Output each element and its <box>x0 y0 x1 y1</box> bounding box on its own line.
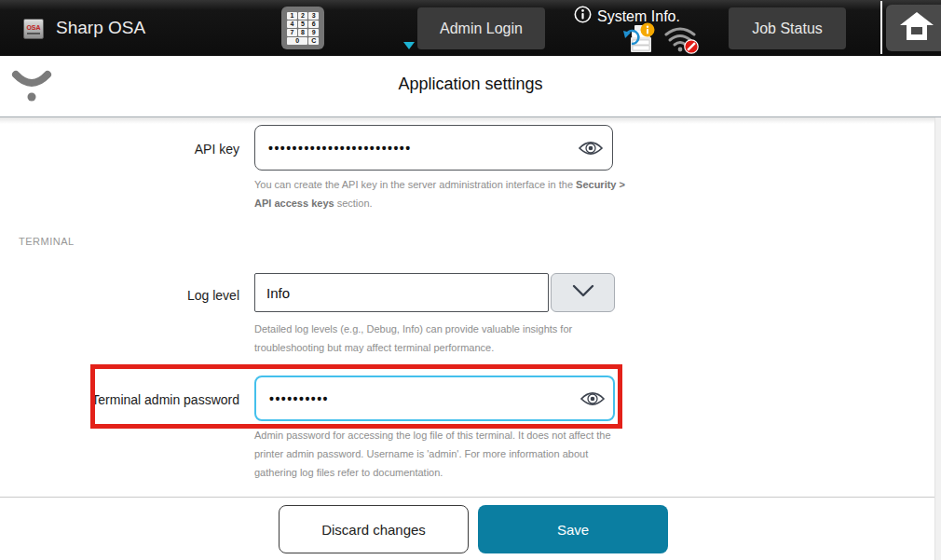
keypad-key: C <box>308 37 319 45</box>
keypad-key: 7 <box>287 29 297 36</box>
terminal-admin-password-help-text: Admin password for accessing the log fil… <box>254 426 646 482</box>
api-key-input[interactable] <box>254 125 613 171</box>
top-bar: OSA Sharp OSA 1 2 3 4 5 6 7 8 9 0 C Admi… <box>0 0 941 56</box>
scrollbar-track[interactable] <box>934 117 941 560</box>
topbar-separator <box>880 1 882 54</box>
osa-logo-bar <box>27 33 40 34</box>
terminal-section-label: TERMINAL <box>19 236 75 247</box>
terminal-admin-password-label: Terminal admin password <box>0 392 239 407</box>
keypad-key: 5 <box>298 20 308 28</box>
warning-info-badge <box>641 23 655 37</box>
admin-login-button[interactable]: Admin Login <box>417 7 545 49</box>
page-title: Application settings <box>0 75 941 94</box>
numeric-keypad-icon[interactable]: 1 2 3 4 5 6 7 8 9 0 C <box>281 7 324 49</box>
home-button[interactable] <box>886 5 941 51</box>
job-status-button[interactable]: Job Status <box>729 7 846 49</box>
info-icon <box>574 6 592 27</box>
log-level-help-line2: troubleshooting but may affect terminal … <box>254 338 646 357</box>
api-key-help-text: You can create the API key in the server… <box>254 175 646 212</box>
save-label: Save <box>557 522 589 538</box>
keypad-key: 3 <box>308 12 319 20</box>
discard-changes-button[interactable]: Discard changes <box>279 505 469 553</box>
keypad-key: 0 <box>287 37 307 45</box>
log-level-dropdown-button[interactable] <box>551 273 615 312</box>
admin-login-label: Admin Login <box>440 20 523 37</box>
keypad-key: 2 <box>298 12 308 20</box>
osa-logo-text: OSA <box>26 24 40 32</box>
api-key-help-line2: API access keys section. <box>254 194 646 212</box>
keypad-key: 4 <box>287 20 297 28</box>
keypad-key: 1 <box>287 12 297 20</box>
keypad-key: 8 <box>298 29 308 36</box>
terminal-admin-password-field-wrap <box>254 376 615 421</box>
no-connection-badge <box>685 40 698 53</box>
save-button[interactable]: Save <box>478 505 668 553</box>
password-help-line1: Admin password for accessing the log fil… <box>254 426 646 444</box>
footer-divider <box>0 497 941 498</box>
home-icon <box>899 11 934 45</box>
api-key-help-line1: You can create the API key in the server… <box>254 175 646 194</box>
api-key-field-wrap <box>254 125 613 171</box>
log-level-help-line1: Detailed log levels (e.g., Debug, Info) … <box>254 320 646 338</box>
header-shadow <box>0 117 941 124</box>
terminal-admin-password-input[interactable] <box>254 376 615 421</box>
status-icon-cluster <box>622 22 701 54</box>
chevron-down-icon <box>572 284 594 301</box>
sharp-osa-logo-icon: OSA <box>23 19 44 39</box>
log-level-select[interactable]: Info <box>254 273 549 312</box>
log-level-value: Info <box>266 285 290 301</box>
log-level-label: Log level <box>0 288 239 303</box>
keypad-key: 9 <box>308 29 319 36</box>
dropdown-indicator-triangle <box>403 42 415 49</box>
password-help-line3: gathering log files refer to documentati… <box>254 463 646 482</box>
app-title: Sharp OSA <box>56 0 145 56</box>
terminal-admin-password-reveal-eye-icon[interactable] <box>578 388 607 410</box>
keypad-grid: 1 2 3 4 5 6 7 8 9 0 C <box>287 12 319 45</box>
log-level-help-text: Detailed log levels (e.g., Debug, Info) … <box>254 320 646 357</box>
discard-changes-label: Discard changes <box>321 522 426 538</box>
password-help-line2: printer admin password. Username is 'adm… <box>254 444 646 463</box>
api-key-label: API key <box>0 142 239 157</box>
job-status-label: Job Status <box>752 20 823 37</box>
api-key-reveal-eye-icon[interactable] <box>576 137 606 159</box>
keypad-key: 6 <box>308 20 319 28</box>
